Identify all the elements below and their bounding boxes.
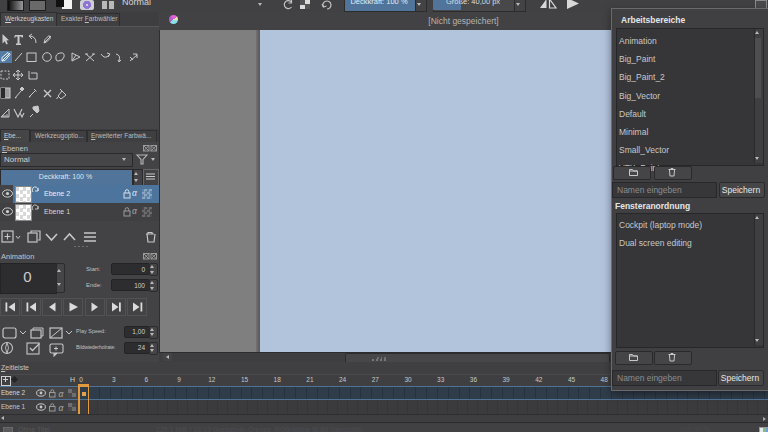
svg-text:α: α — [59, 389, 65, 399]
svg-text:α: α — [59, 403, 65, 413]
